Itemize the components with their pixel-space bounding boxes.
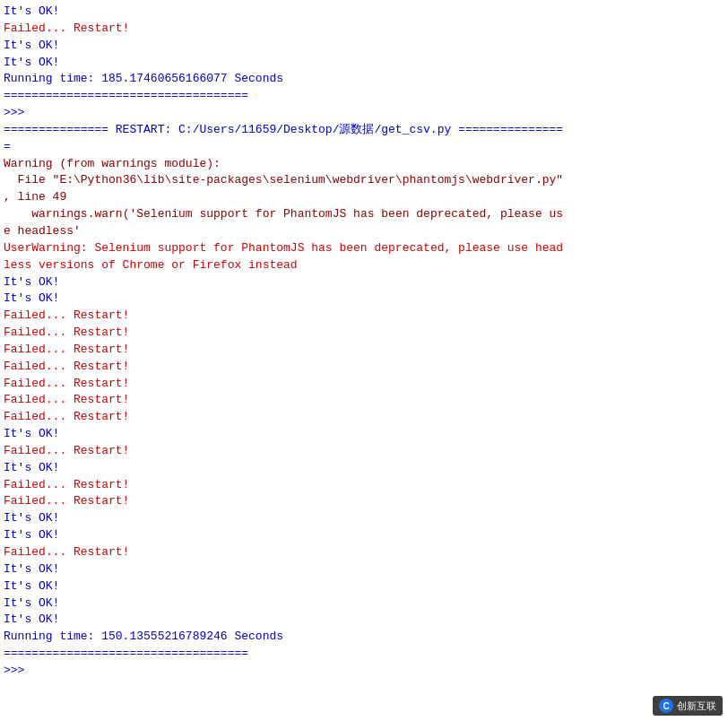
watermark-icon: C <box>659 699 673 713</box>
console-line: Failed... Restart! <box>4 325 724 342</box>
console-line: It's OK! <box>4 274 724 291</box>
console-line: =============== RESTART: C:/Users/11659/… <box>4 122 724 156</box>
console-line: Failed... Restart! <box>4 376 724 393</box>
console-line: Failed... Restart! <box>4 409 724 426</box>
console-line: It's OK! <box>4 595 724 612</box>
console-line: It's OK! <box>4 55 724 72</box>
console-line: Running time: 185.17460656166077 Seconds <box>4 71 724 88</box>
console-line: It's OK! <box>4 426 724 443</box>
console-line: >>> <box>4 663 724 680</box>
console-line: Failed... Restart! <box>4 308 724 325</box>
console-line: It's OK! <box>4 460 724 477</box>
output-lines: It's OK!Failed... Restart!It's OK!It's O… <box>4 4 724 680</box>
console-line: =================================== <box>4 646 724 663</box>
console-line: Running time: 150.13555216789246 Seconds <box>4 629 724 646</box>
console-line: Failed... Restart! <box>4 443 724 460</box>
console-line: Failed... Restart! <box>4 477 724 494</box>
console-line: It's OK! <box>4 38 724 55</box>
watermark-badge: C 创新互联 <box>653 696 723 716</box>
console-line: =================================== <box>4 88 724 105</box>
console-line: It's OK! <box>4 561 724 578</box>
console-line: Failed... Restart! <box>4 392 724 409</box>
console-line: warnings.warn('Selenium support for Phan… <box>4 206 724 240</box>
console-line: It's OK! <box>4 291 724 308</box>
console-line: File "E:\Python36\lib\site-packages\sele… <box>4 172 724 206</box>
console-line: Failed... Restart! <box>4 359 724 376</box>
console-line: Failed... Restart! <box>4 342 724 359</box>
console-line: Failed... Restart! <box>4 493 724 510</box>
console-line: It's OK! <box>4 578 724 595</box>
console-line: It's OK! <box>4 612 724 629</box>
console-line: It's OK! <box>4 4 724 21</box>
console-line: UserWarning: Selenium support for Phanto… <box>4 240 724 274</box>
console-line: Warning (from warnings module): <box>4 156 724 173</box>
console-line: >>> <box>4 105 724 122</box>
console-window: It's OK!Failed... Restart!It's OK!It's O… <box>0 0 728 721</box>
watermark-text: 创新互联 <box>677 699 716 713</box>
console-line: Failed... Restart! <box>4 544 724 561</box>
console-line: Failed... Restart! <box>4 21 724 38</box>
console-line: It's OK! <box>4 510 724 527</box>
console-line: It's OK! <box>4 527 724 544</box>
